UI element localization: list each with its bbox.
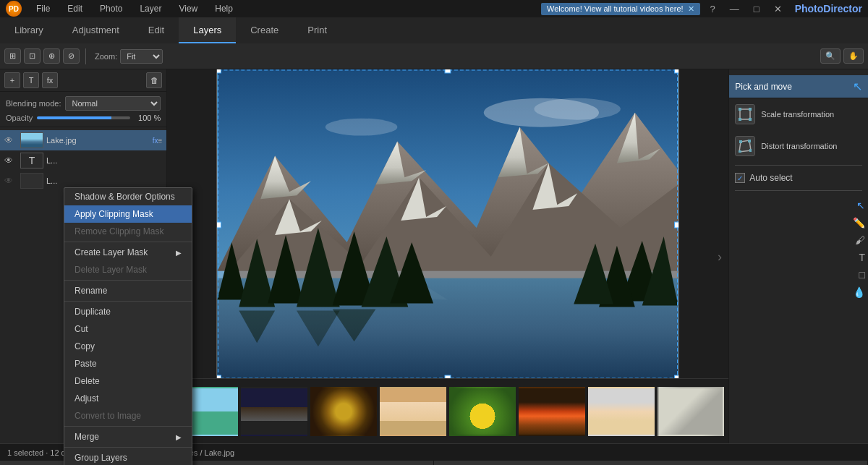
zoom-label: Zoom: [95,52,117,61]
tab-edit[interactable]: Edit [134,17,179,43]
tab-library[interactable]: Library [0,17,58,43]
tool-merge[interactable]: ⊘ [63,48,80,64]
add-layer-btn[interactable]: + [4,72,20,88]
layer-eye-1[interactable]: 👁 [4,155,17,166]
menu-file[interactable]: File [33,2,53,15]
ctx-sep-5 [64,447,192,448]
mountain-scene-svg [217,69,678,378]
ctx-sep-2 [64,280,192,281]
opacity-slider[interactable] [37,116,130,119]
scale-transform-label: Scale transformation [761,110,862,119]
clear-button[interactable]: Clear [434,461,868,465]
filmstrip-item-5[interactable] [519,387,585,436]
notification-close[interactable]: ✕ [688,4,694,14]
ctx-convert: Convert to Image [64,407,192,425]
cursor-tool-btn[interactable]: ↖ [732,197,865,214]
ctx-duplicate[interactable]: Duplicate [64,303,192,320]
gradient-tool-btn[interactable]: 💧 [732,283,865,301]
hand-tool-btn[interactable]: ✋ [843,48,864,64]
filmstrip-item-2[interactable] [310,387,377,436]
close-btn[interactable]: ✕ [770,4,786,14]
filmstrip-item-4[interactable] [449,387,516,436]
filmstrip-item-6[interactable] [588,387,655,436]
blend-select[interactable]: Normal Multiply Screen Overlay [65,96,161,111]
tool-open[interactable]: ⊡ [24,48,41,64]
layer-options-0[interactable]: ≡ [158,137,162,145]
ctx-shadow-border[interactable]: Shadow & Border Options [64,188,192,205]
filmstrip-item-7[interactable] [658,387,724,436]
tab-adjustment[interactable]: Adjustment [58,17,134,43]
ctx-group-layers[interactable]: Group Layers [64,449,192,465]
filmstrip-item-3[interactable] [380,387,446,436]
menu-layer[interactable]: Layer [137,2,164,15]
svg-rect-40 [739,108,741,111]
layer-item-1[interactable]: 👁 T L... [0,150,166,171]
layer-eye-2[interactable]: 👁 [4,176,17,186]
svg-rect-36 [217,375,221,378]
ctx-create-mask[interactable]: Create Layer Mask ▶ [64,244,192,261]
tab-layers[interactable]: Layers [179,17,236,43]
distort-transform-tool[interactable]: Distort transformation [729,130,868,162]
layer-thumb-1: T [20,153,43,168]
tool-arrange[interactable]: ⊕ [43,48,60,64]
svg-rect-48 [739,150,741,153]
tab-create[interactable]: Create [236,17,293,43]
top-bar-right: Welcome! View all tutorial videos here! … [541,3,862,15]
auto-select-label: Auto select [749,173,792,183]
scale-transform-tool[interactable]: Scale transformation [729,98,868,130]
tab-print[interactable]: Print [293,17,341,43]
layer-thumb-0 [20,132,43,148]
ctx-cut[interactable]: Cut [64,320,192,338]
ctx-delete[interactable]: Delete [64,372,192,390]
ctx-paste[interactable]: Paste [64,355,192,372]
canvas-area [167,69,728,443]
ctx-merge[interactable]: Merge ▶ [64,428,192,445]
tool-new[interactable]: ⊞ [4,48,21,64]
svg-rect-35 [675,222,678,228]
shape-tool-btn[interactable]: □ [732,266,865,283]
ctx-arrow-1: ▶ [176,249,182,257]
blend-label: Blending mode: [6,99,61,108]
svg-rect-46 [748,140,751,142]
brush-tool-btn[interactable]: ✏️ [732,214,865,231]
main-toolbar: ⊞ ⊡ ⊕ ⊘ Zoom: Fit 25% 50% 100% 200% 🔍 ✋ [0,43,868,69]
separator-1 [85,48,86,64]
ctx-sep-4 [64,426,192,427]
delete-layer-btn[interactable]: 🗑 [146,72,162,88]
paint-tool-btn[interactable]: 🖌 [732,231,865,249]
ctx-rename[interactable]: Rename [64,282,192,299]
menu-edit[interactable]: Edit [64,2,85,15]
erase-tool-btn[interactable]: T [732,249,865,266]
svg-rect-42 [739,118,741,121]
ctx-adjust[interactable]: Adjust [64,390,192,407]
canvas-nav-right[interactable]: › [718,249,722,264]
layer-type-btn[interactable]: T [23,72,39,88]
layer-thumb-2 [20,173,43,189]
opacity-label: Opacity [6,114,33,122]
minimize-btn[interactable]: — [726,4,744,14]
zoom-out-btn[interactable]: 🔍 [820,48,841,64]
menu-help[interactable]: Help [212,2,236,15]
ctx-copy[interactable]: Copy [64,338,192,355]
svg-rect-45 [739,140,742,143]
ctx-delete-mask: Delete Layer Mask [64,261,192,278]
ctx-arrow-2: ▶ [176,433,182,441]
help-btn[interactable]: ? [706,4,720,14]
app-name: PhotoDirector [795,3,862,14]
auto-select-checkbox[interactable]: ✓ [735,173,745,183]
zoom-select[interactable]: Fit 25% 50% 100% 200% [120,49,163,64]
right-icon-tools: ↖ ✏️ 🖌 T □ 💧 [729,194,868,304]
menu-view[interactable]: View [176,2,200,15]
layer-effect-btn[interactable]: fx [42,72,58,88]
distort-transform-label: Distort transformation [761,142,862,150]
opacity-value: 100 % [135,114,161,122]
svg-rect-38 [675,375,678,378]
pick-move-icon[interactable]: ↖ [853,80,862,93]
maximize-btn[interactable]: □ [749,4,764,14]
filmstrip-item-1[interactable] [241,387,307,436]
layer-item-0[interactable]: 👁 Lake.jpg fx ≡ [0,130,166,150]
canvas-wrapper[interactable] [167,69,728,378]
menu-photo[interactable]: Photo [97,2,125,15]
layer-eye-0[interactable]: 👁 [4,135,17,145]
ctx-apply-clipping[interactable]: Apply Clipping Mask [64,205,192,223]
